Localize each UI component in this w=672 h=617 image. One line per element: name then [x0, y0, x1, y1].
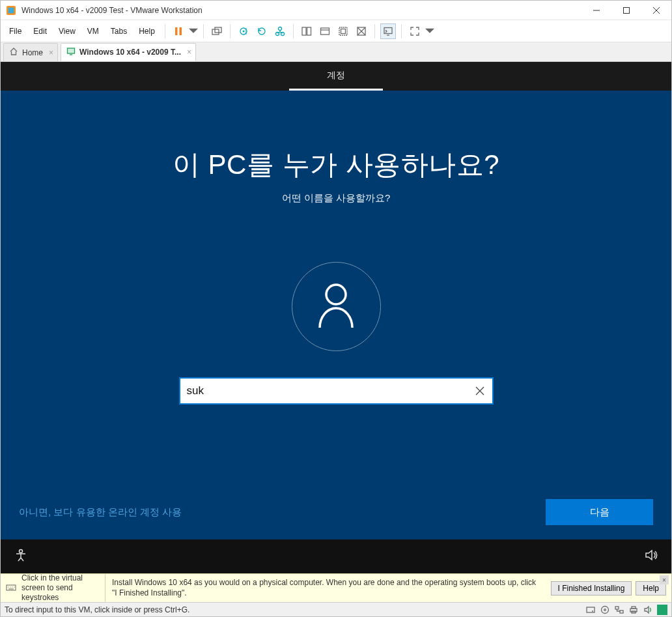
console-view-button[interactable]: [380, 23, 396, 39]
tab-bar: Home × Windows 10 x64 - v2009 T... ×: [1, 42, 671, 62]
app-window: Windows 10 x64 - v2009 Test - VMware Wor…: [0, 0, 672, 617]
person-icon: [316, 282, 356, 332]
close-icon[interactable]: ×: [49, 49, 53, 57]
close-button[interactable]: [641, 1, 671, 20]
separator: [401, 24, 402, 38]
cd-icon[interactable]: [600, 605, 610, 615]
username-input[interactable]: [187, 384, 474, 397]
svg-point-37: [10, 586, 10, 587]
svg-point-12: [259, 28, 265, 35]
window-title: Windows 10 x64 - v2009 Test - VMware Wor…: [21, 6, 581, 15]
menu-tabs[interactable]: Tabs: [105, 20, 133, 42]
pause-button[interactable]: [171, 23, 186, 39]
next-button[interactable]: 다음: [546, 499, 653, 525]
svg-point-33: [20, 550, 23, 553]
username-input-wrapper[interactable]: [179, 377, 494, 405]
volume-icon[interactable]: [644, 548, 658, 565]
close-icon[interactable]: ×: [187, 48, 191, 56]
network-icon[interactable]: [614, 605, 624, 615]
svg-rect-3: [624, 7, 630, 13]
svg-point-15: [278, 27, 281, 30]
menu-file[interactable]: File: [3, 20, 27, 42]
revert-button[interactable]: [254, 23, 270, 39]
fit-guest-button[interactable]: [317, 23, 333, 39]
oobe-heading: 이 PC를 누가 사용하나요?: [173, 147, 499, 183]
menu-help[interactable]: Help: [133, 20, 161, 42]
svg-point-36: [8, 586, 8, 587]
snapshot-button[interactable]: [236, 23, 251, 39]
svg-point-39: [14, 586, 14, 587]
home-icon: [9, 47, 18, 58]
tab-home-label: Home: [22, 48, 43, 57]
menu-edit[interactable]: Edit: [27, 20, 53, 42]
svg-point-42: [602, 606, 609, 613]
oobe-subtitle: 어떤 이름을 사용할까요?: [282, 192, 391, 205]
menu-bar: File Edit View VM Tabs Help: [1, 20, 671, 42]
svg-rect-45: [620, 610, 623, 613]
svg-rect-47: [632, 607, 636, 609]
separator: [293, 24, 294, 38]
svg-rect-25: [384, 27, 392, 33]
separator: [165, 24, 165, 38]
stretch-button[interactable]: [335, 23, 351, 39]
oobe-step-bar: 계정: [1, 62, 671, 91]
svg-point-41: [592, 610, 593, 612]
svg-rect-8: [212, 29, 219, 35]
svg-rect-28: [68, 48, 75, 53]
tab-vm-label: Windows 10 x64 - v2009 T...: [79, 48, 181, 57]
status-icons: [585, 605, 667, 615]
close-hint-button[interactable]: ×: [660, 575, 669, 584]
minimize-button[interactable]: [581, 1, 611, 20]
separator: [374, 24, 375, 38]
svg-rect-18: [320, 28, 329, 35]
monitor-icon: [66, 47, 76, 58]
svg-rect-6: [175, 27, 178, 35]
svg-rect-16: [302, 27, 306, 35]
menu-view[interactable]: View: [53, 20, 81, 42]
svg-rect-34: [7, 585, 16, 590]
maximize-button[interactable]: [611, 1, 641, 20]
status-bar: To direct input to this VM, click inside…: [1, 602, 671, 616]
send-keys-button[interactable]: [209, 23, 225, 39]
svg-point-11: [242, 30, 244, 32]
online-account-link[interactable]: 아니면, 보다 유용한 온라인 계정 사용: [19, 506, 182, 519]
tab-vm[interactable]: Windows 10 x64 - v2009 T... ×: [61, 43, 196, 61]
svg-rect-40: [587, 607, 595, 612]
sound-status-icon[interactable]: [643, 605, 653, 615]
unity-button[interactable]: [354, 23, 369, 39]
finished-installing-button[interactable]: I Finished Installing: [551, 581, 632, 595]
oobe-footer: [1, 539, 671, 573]
fullscreen-button[interactable]: [407, 23, 423, 39]
ease-of-access-icon[interactable]: [14, 548, 28, 565]
status-text: To direct input to this VM, click inside…: [5, 605, 189, 614]
svg-rect-21: [341, 29, 345, 33]
title-bar: Windows 10 x64 - v2009 Test - VMware Wor…: [1, 1, 671, 20]
svg-rect-20: [339, 27, 347, 35]
snapshot-manager-button[interactable]: [272, 23, 288, 39]
svg-point-43: [604, 609, 606, 610]
avatar-placeholder: [292, 262, 381, 351]
separator: [230, 24, 231, 38]
svg-point-30: [326, 285, 346, 304]
svg-point-38: [12, 586, 12, 587]
menu-vm[interactable]: VM: [81, 20, 105, 42]
svg-rect-7: [179, 27, 182, 35]
tab-home[interactable]: Home ×: [3, 43, 58, 61]
keyboard-icon: [6, 582, 16, 594]
clear-input-button[interactable]: [474, 385, 486, 397]
power-dropdown[interactable]: [189, 23, 198, 39]
step-account: 계정: [289, 62, 383, 91]
oobe-content: 이 PC를 누가 사용하나요? 어떤 이름을 사용할까요? 아니면, 보다 유용…: [1, 91, 671, 539]
show-console-button[interactable]: [299, 23, 315, 39]
separator: [203, 24, 204, 38]
vmware-icon: [6, 5, 16, 16]
hint-left: Click in the virtual screen to send keys…: [6, 574, 105, 602]
vm-status-indicator[interactable]: [657, 605, 667, 615]
hint-left-text: Click in the virtual screen to send keys…: [21, 573, 98, 603]
vm-display[interactable]: 계정 이 PC를 누가 사용하나요? 어떤 이름을 사용할까요? 아니면, 보다…: [1, 62, 671, 573]
disk-icon[interactable]: [585, 605, 596, 615]
fullscreen-dropdown[interactable]: [425, 23, 434, 39]
printer-icon[interactable]: [628, 605, 639, 615]
svg-rect-9: [215, 27, 221, 33]
install-hint-bar: Click in the virtual screen to send keys…: [1, 573, 671, 602]
